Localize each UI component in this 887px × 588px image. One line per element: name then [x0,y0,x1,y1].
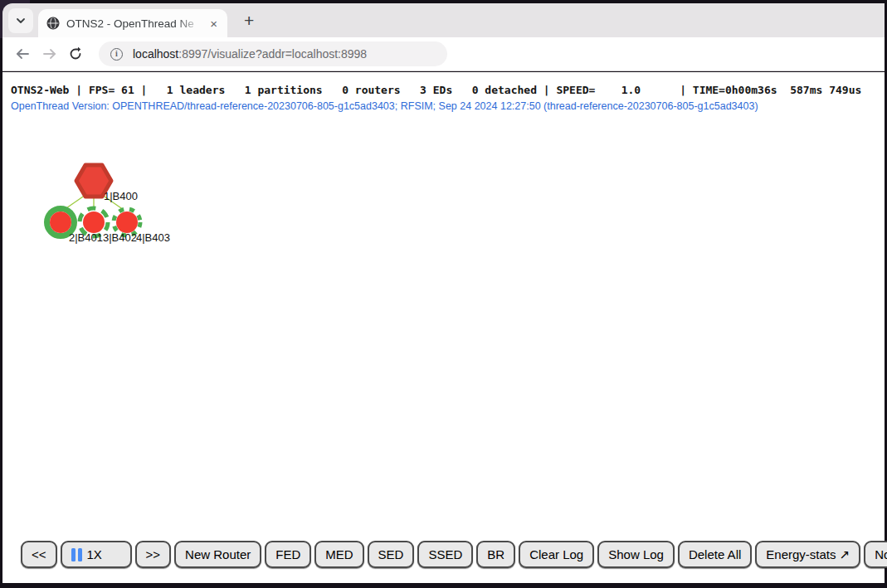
show-log-button[interactable]: Show Log [597,541,675,568]
url-text: localhost:8997/visualize?addr=localhost:… [133,47,367,61]
site-info-icon[interactable]: i [110,48,123,61]
url-host: localhost [133,47,178,61]
node-label-child3: 3|B402 [103,231,137,244]
node-stats-button[interactable]: Node-stats ↗ [864,541,887,568]
reload-icon [69,47,82,61]
tab-title: OTNS2 - OpenThread Ne [66,17,207,30]
navigation-bar: i localhost:8997/visualize?addr=localhos… [2,37,885,71]
tab-strip: OTNS2 - OpenThread Ne × + [2,3,885,37]
tab-otns2[interactable]: OTNS2 - OpenThread Ne × [38,9,227,37]
pause-icon [71,548,82,561]
address-bar[interactable]: i localhost:8997/visualize?addr=localhos… [99,41,447,66]
new-router-button[interactable]: New Router [174,541,261,568]
url-path: :8997/visualize?addr=localhost:8998 [178,47,367,61]
med-button[interactable]: MED [314,541,363,568]
forward-button[interactable] [36,48,62,60]
node-child2[interactable] [50,211,71,233]
globe-favicon-icon [46,17,60,30]
node-label-child2: 2|B401 [69,231,103,244]
energy-stats-button[interactable]: Energy-stats ↗ [755,541,860,568]
forward-arrow-icon [42,48,56,60]
new-tab-button[interactable]: + [239,12,259,29]
ssed-button[interactable]: SSED [417,541,473,568]
speed-label: 1X [87,547,102,561]
sed-button[interactable]: SED [368,541,415,568]
page-content: OTNS2-Web | FPS= 61 | 1 leaders 1 partit… [2,72,885,583]
clear-log-button[interactable]: Clear Log [519,541,594,568]
node-label-leader: 1|B400 [104,190,138,202]
pause-speed-button[interactable]: 1X [61,541,132,568]
browser-window: OTNS2 - OpenThread Ne × + i loca [0,0,887,588]
br-button[interactable]: BR [476,541,515,568]
reload-button[interactable] [62,47,89,61]
node-child4[interactable] [116,211,138,233]
chevron-down-icon [15,15,27,27]
tab-close-icon[interactable]: × [207,17,221,30]
node-child3[interactable] [83,211,105,233]
speed-up-button[interactable]: >> [135,541,172,568]
node-label-child4: 4|B403 [136,231,170,244]
delete-all-button[interactable]: Delete All [678,541,752,568]
fed-button[interactable]: FED [265,541,311,568]
simulation-toolbar: << 1X >> New Router FED MED SED SSED BR … [21,541,887,568]
back-button[interactable] [9,48,36,60]
speed-down-button[interactable]: << [21,541,57,568]
tab-search-button[interactable] [8,8,33,33]
back-arrow-icon [16,48,30,60]
network-topology-canvas[interactable]: 1|B400 2|B401 3|B402 4|B403 [2,72,235,263]
